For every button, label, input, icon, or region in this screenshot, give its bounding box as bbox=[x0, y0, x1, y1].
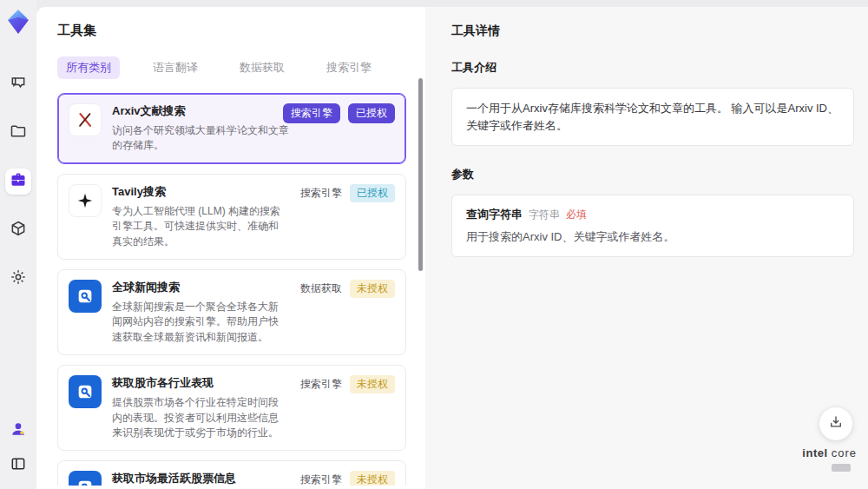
arxiv-icon bbox=[69, 103, 102, 136]
category-label: 搜索引擎 bbox=[300, 472, 342, 486]
chat-icon bbox=[10, 74, 27, 95]
auth-status-badge: 未授权 bbox=[350, 471, 395, 486]
category-label: 搜索引擎 bbox=[300, 377, 342, 392]
app-logo-icon bbox=[6, 9, 30, 35]
param-box: 查询字符串 字符串 必填 用于搜索的Arxiv ID、关键字或作者姓名。 bbox=[451, 195, 854, 257]
nav-settings[interactable] bbox=[5, 266, 31, 292]
tool-name: 获取市场最活跃股票信息 bbox=[112, 471, 284, 486]
category-label: 数据获取 bbox=[300, 281, 342, 296]
category-tabs: 所有类别 语言翻译 数据获取 搜索引擎 bbox=[57, 56, 413, 79]
param-name: 查询字符串 bbox=[466, 207, 523, 222]
tool-name: 获取股市各行业表现 bbox=[112, 375, 284, 391]
auth-status-badge: 已授权 bbox=[350, 184, 395, 202]
tools-list-panel: 工具集 所有类别 语言翻译 数据获取 搜索引擎 Arxiv文献搜索 访问各个研究… bbox=[36, 7, 425, 489]
intro-box: 一个用于从Arxiv存储库搜索科学论文和文章的工具。 输入可以是Arxiv ID… bbox=[451, 88, 854, 146]
tool-card-sector-performance[interactable]: 获取股市各行业表现 提供股票市场各个行业在特定时间段内的表现。投资者可以利用这些… bbox=[57, 365, 406, 451]
intro-heading: 工具介绍 bbox=[451, 60, 854, 76]
app-window: 工具集 所有类别 语言翻译 数据获取 搜索引擎 Arxiv文献搜索 访问各个研究… bbox=[0, 0, 868, 489]
avatar-icon bbox=[10, 420, 27, 441]
intel-wordmark: intel bbox=[802, 446, 827, 459]
param-description: 用于搜索的Arxiv ID、关键字或作者姓名。 bbox=[466, 229, 839, 245]
nav-files[interactable] bbox=[5, 120, 31, 146]
folder-icon bbox=[10, 122, 27, 143]
nav-toolbox[interactable] bbox=[5, 169, 31, 195]
gear-icon bbox=[10, 268, 27, 289]
category-badge: 搜索引擎 bbox=[283, 103, 340, 123]
intel-core-logo: intel core bbox=[802, 446, 857, 475]
news-search-icon bbox=[69, 375, 102, 408]
collapse-sidebar-button[interactable] bbox=[5, 453, 31, 479]
intro-text: 一个用于从Arxiv存储库搜索科学论文和文章的工具。 输入可以是Arxiv ID… bbox=[466, 100, 839, 134]
tool-description: 访问各个研究领域大量科学论文和文章的存储库。 bbox=[112, 123, 293, 154]
intel-chip-badge bbox=[832, 464, 851, 472]
auth-status-badge: 已授权 bbox=[348, 103, 395, 123]
tool-description: 提供股票市场各个行业在特定时间段内的表现。投资者可以利用这些信息来识别表现优于或… bbox=[112, 395, 284, 440]
tool-name: Tavily搜索 bbox=[112, 184, 284, 200]
auth-status-badge: 未授权 bbox=[350, 375, 395, 393]
download-icon bbox=[828, 414, 844, 433]
nav-packages[interactable] bbox=[5, 217, 31, 243]
detail-title: 工具详情 bbox=[451, 23, 854, 39]
panel-toggle-icon bbox=[10, 455, 27, 476]
tool-detail-panel: 工具详情 工具介绍 一个用于从Arxiv存储库搜索科学论文和文章的工具。 输入可… bbox=[425, 7, 868, 489]
rail-nav bbox=[5, 71, 31, 292]
tool-description: 全球新闻搜索是一个聚合全球各大新闻网站内容的搜索引擎。帮助用户快速获取全球最新资… bbox=[112, 300, 284, 345]
rail-bottom bbox=[5, 418, 31, 479]
list-scrollbar[interactable] bbox=[418, 78, 423, 271]
core-wordmark: core bbox=[832, 446, 857, 459]
tool-card-most-active-stocks[interactable]: 获取市场最活跃股票信息 提供当天交易量最高的股票列表。投资者可以利用这些信息来识… bbox=[57, 460, 406, 486]
tool-card-arxiv[interactable]: Arxiv文献搜索 访问各个研究领域大量科学论文和文章的存储库。 搜索引擎 已授… bbox=[57, 93, 406, 164]
tab-all-categories[interactable]: 所有类别 bbox=[57, 56, 120, 79]
params-heading: 参数 bbox=[451, 167, 854, 182]
nav-chat[interactable] bbox=[5, 71, 31, 97]
tool-card-global-news[interactable]: 全球新闻搜索 全球新闻搜索是一个聚合全球各大新闻网站内容的搜索引擎。帮助用户快速… bbox=[57, 269, 406, 355]
page-title: 工具集 bbox=[57, 23, 413, 39]
news-search-icon bbox=[69, 471, 102, 486]
param-type: 字符串 bbox=[529, 208, 560, 222]
left-rail bbox=[0, 0, 36, 489]
tool-name: Arxiv文献搜索 bbox=[112, 103, 293, 119]
tab-language-translation[interactable]: 语言翻译 bbox=[144, 56, 207, 79]
cube-icon bbox=[10, 220, 27, 241]
tool-card-list: Arxiv文献搜索 访问各个研究领域大量科学论文和文章的存储库。 搜索引擎 已授… bbox=[57, 93, 413, 486]
auth-status-badge: 未授权 bbox=[350, 280, 395, 298]
user-avatar[interactable] bbox=[5, 418, 31, 444]
download-button[interactable] bbox=[819, 407, 852, 440]
category-label: 搜索引擎 bbox=[300, 186, 342, 201]
sparkle-icon bbox=[69, 184, 102, 217]
briefcase-icon bbox=[10, 171, 27, 192]
tool-description: 专为人工智能代理 (LLM) 构建的搜索引擎工具。可快速提供实时、准确和真实的结… bbox=[112, 204, 284, 249]
tab-data-acquisition[interactable]: 数据获取 bbox=[231, 56, 293, 79]
tab-search-engine[interactable]: 搜索引擎 bbox=[318, 56, 380, 79]
tool-name: 全球新闻搜索 bbox=[112, 280, 284, 295]
param-required-flag: 必填 bbox=[566, 208, 587, 222]
news-search-icon bbox=[69, 280, 102, 313]
tool-card-tavily[interactable]: Tavily搜索 专为人工智能代理 (LLM) 构建的搜索引擎工具。可快速提供实… bbox=[57, 174, 406, 260]
